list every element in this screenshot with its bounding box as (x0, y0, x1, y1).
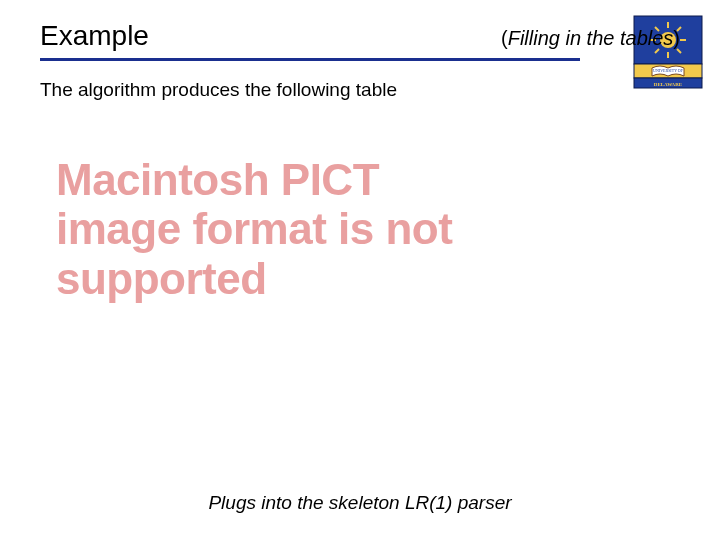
slide-header: Example (Filling in the tables) (0, 0, 720, 69)
subtitle-inner: Filling in the tables (508, 27, 674, 49)
slide-subtitle: (Filling in the tables) (501, 27, 680, 50)
slide-title: Example (40, 20, 149, 52)
footer-caption: Plugs into the skeleton LR(1) parser (0, 492, 720, 514)
pict-placeholder-text: Macintosh PICT image format is not suppo… (56, 155, 486, 303)
header-divider (40, 58, 580, 61)
intro-text: The algorithm produces the following tab… (0, 69, 720, 101)
svg-text:DELAWARE: DELAWARE (654, 82, 683, 87)
subtitle-close: ) (673, 27, 680, 49)
title-row: Example (Filling in the tables) (40, 20, 680, 52)
subtitle-open: ( (501, 27, 508, 49)
